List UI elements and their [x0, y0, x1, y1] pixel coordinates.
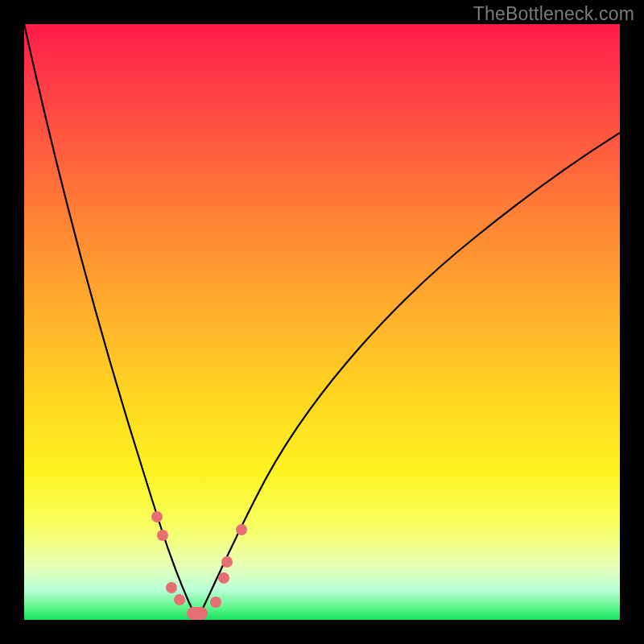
data-point-p9: [236, 524, 247, 535]
data-point-p3: [166, 582, 177, 593]
data-point-p7: [218, 572, 229, 584]
left-curve: [24, 24, 197, 620]
data-point-p8: [221, 556, 233, 568]
data-point-p2: [157, 530, 168, 541]
curve-overlay: [24, 24, 620, 620]
watermark-text: TheBottleneck.com: [473, 3, 634, 25]
right-curve: [197, 133, 620, 620]
data-point-p4: [174, 594, 185, 605]
data-point-p6: [210, 597, 221, 608]
data-point-p1: [151, 511, 163, 522]
data-point-p5: [187, 607, 208, 620]
